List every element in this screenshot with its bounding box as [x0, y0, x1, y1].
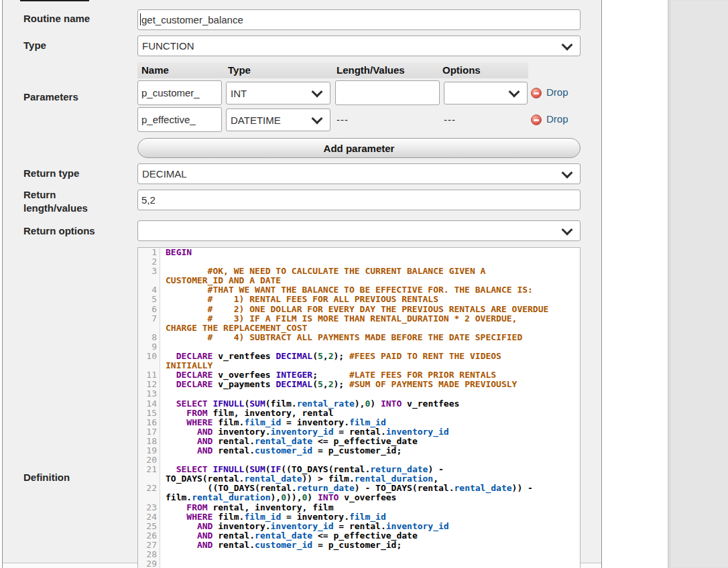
- param1-options-select[interactable]: [444, 82, 528, 104]
- line-number: [138, 361, 160, 370]
- code-line: 27 AND rental.customer_id = p_customer_i…: [138, 541, 580, 550]
- line-number: 11: [138, 370, 160, 380]
- param1-length-input[interactable]: [335, 80, 440, 105]
- chevron-down-icon: [312, 86, 323, 98]
- line-number: 2: [138, 257, 160, 267]
- line-number: 23: [138, 503, 160, 512]
- code-line: INITIALLY: [138, 361, 580, 370]
- parameters-header: Name Type Length/Values Options: [137, 62, 528, 78]
- param-header-length: Length/Values: [337, 64, 405, 76]
- param1-name-input[interactable]: [137, 80, 222, 105]
- code-line: 18 AND rental.rental_date <= p_effective…: [138, 437, 580, 446]
- code-line: 11 DECLARE v_overfees INTEGER; #LATE FEE…: [138, 370, 580, 380]
- code-line: 4 #THAT WE WANT THE BALANCE TO BE EFFECT…: [138, 285, 580, 295]
- code-line: 3 #OK, WE NEED TO CALCULATE THE CURRENT …: [138, 267, 580, 276]
- code-line: 25 AND inventory.inventory_id = rental.i…: [138, 522, 580, 531]
- param2-type-value: DATETIME: [227, 115, 281, 126]
- line-number: 9: [138, 342, 160, 352]
- return-options-select[interactable]: [137, 220, 581, 241]
- param2-drop-link[interactable]: Drop: [546, 113, 568, 125]
- param2-name-input[interactable]: [137, 107, 222, 132]
- line-number: 17: [138, 427, 160, 437]
- param1-drop-link[interactable]: Drop: [546, 86, 568, 98]
- parameters-label: Parameters: [23, 91, 78, 102]
- return-length-label: Return length/values: [23, 188, 111, 215]
- line-number: 6: [138, 305, 160, 314]
- line-number: 3: [138, 267, 160, 276]
- code-line: 5 # 1) RENTAL FEES FOR ALL PREVIOUS RENT…: [138, 295, 580, 304]
- line-number: 8: [138, 333, 160, 342]
- chevron-down-icon: [562, 224, 573, 235]
- routine-name-input[interactable]: [137, 9, 581, 30]
- routine-name-label: Routine name: [23, 13, 90, 24]
- code-line: 21 SELECT IFNULL(SUM(IF((TO_DAYS(rental.…: [138, 465, 580, 474]
- return-type-label: Return type: [23, 167, 79, 179]
- line-number: 24: [138, 512, 160, 522]
- param1-type-value: INT: [227, 88, 247, 99]
- chevron-down-icon: [562, 39, 573, 50]
- line-number: [138, 324, 160, 333]
- drop-minus-icon[interactable]: [531, 115, 542, 125]
- type-select-value: FUNCTION: [138, 40, 194, 52]
- code-line: 7 # 3) IF A FILM IS MORE THAN RENTAL_DUR…: [138, 314, 580, 324]
- dialog-top-edge: [20, 0, 89, 1]
- line-number: 13: [138, 389, 160, 399]
- chevron-down-icon: [509, 86, 520, 98]
- line-number: 20: [138, 455, 160, 465]
- code-line: 9: [138, 342, 580, 352]
- code-line: 1BEGIN: [138, 248, 580, 257]
- code-line: 13: [138, 389, 580, 399]
- code-line: 8 # 4) SUBTRACT ALL PAYMENTS MADE BEFORE…: [138, 333, 580, 342]
- line-number: 7: [138, 314, 160, 324]
- line-number: 21: [138, 465, 160, 474]
- code-line: 22 ((TO_DAYS(rental.return_date) - TO_DA…: [138, 484, 580, 493]
- line-number: 26: [138, 531, 160, 541]
- page-right-margin: [668, 0, 728, 568]
- line-number: 5: [138, 295, 160, 304]
- definition-editor[interactable]: 1BEGIN23 #OK, WE NEED TO CALCULATE THE C…: [137, 247, 581, 568]
- code-line: 24 WHERE film.film_id = inventory.film_i…: [138, 512, 580, 522]
- definition-label: Definition: [23, 472, 70, 483]
- param-header-name: Name: [141, 64, 169, 76]
- code-line: film.rental_duration),0)),0) INTO v_over…: [138, 493, 580, 502]
- line-number: 15: [138, 409, 160, 418]
- code-line: 10 DECLARE v_rentfees DECIMAL(5,2); #FEE…: [138, 352, 580, 361]
- line-number: 10: [138, 352, 160, 361]
- line-number: 27: [138, 541, 160, 550]
- code-line: 26 AND rental.rental_date <= p_effective…: [138, 531, 580, 541]
- line-number: 29: [138, 559, 160, 568]
- return-type-value: DECIMAL: [138, 168, 187, 180]
- code-line: 6 # 2) ONE DOLLAR FOR EVERY DAY THE PREV…: [138, 305, 580, 314]
- code-line: 17 AND inventory.inventory_id = rental.i…: [138, 427, 580, 437]
- routine-editor-page: Routine name Type FUNCTION Name Type Len…: [0, 0, 728, 568]
- return-type-select[interactable]: DECIMAL: [137, 163, 581, 184]
- return-length-input[interactable]: [137, 190, 581, 210]
- line-number: 18: [138, 437, 160, 446]
- code-line: 14 SELECT IFNULL(SUM(film.rental_rate),0…: [138, 399, 580, 409]
- type-label: Type: [23, 40, 46, 51]
- param-header-type: Type: [228, 64, 251, 76]
- line-number: 14: [138, 399, 160, 409]
- line-number: 22: [138, 484, 160, 493]
- code-line: CHARGE THE REPLACEMENT_COST: [138, 324, 580, 333]
- chevron-down-icon: [312, 113, 323, 125]
- text-caret: [140, 13, 141, 25]
- type-select[interactable]: FUNCTION: [137, 36, 581, 56]
- add-parameter-button[interactable]: Add parameter: [137, 138, 581, 158]
- param2-length-placeholder: ---: [337, 114, 349, 125]
- code-line: CUSTOMER_ID AND A DATE: [138, 276, 580, 285]
- line-number: [138, 474, 160, 484]
- line-number: [138, 276, 160, 285]
- param2-options-placeholder: ---: [444, 114, 456, 125]
- code-line: TO_DAYS(rental.rental_date)) > film.rent…: [138, 474, 580, 484]
- param2-type-select[interactable]: DATETIME: [226, 109, 330, 131]
- line-number: 1: [138, 248, 160, 257]
- return-options-label: Return options: [23, 225, 95, 236]
- drop-minus-icon[interactable]: [531, 88, 542, 98]
- definition-editor-lines: 1BEGIN23 #OK, WE NEED TO CALCULATE THE C…: [138, 248, 580, 568]
- chevron-down-icon: [562, 167, 573, 178]
- param1-type-select[interactable]: INT: [226, 82, 330, 104]
- line-number: 28: [138, 550, 160, 559]
- line-number: [138, 493, 160, 502]
- line-number: 19: [138, 446, 160, 455]
